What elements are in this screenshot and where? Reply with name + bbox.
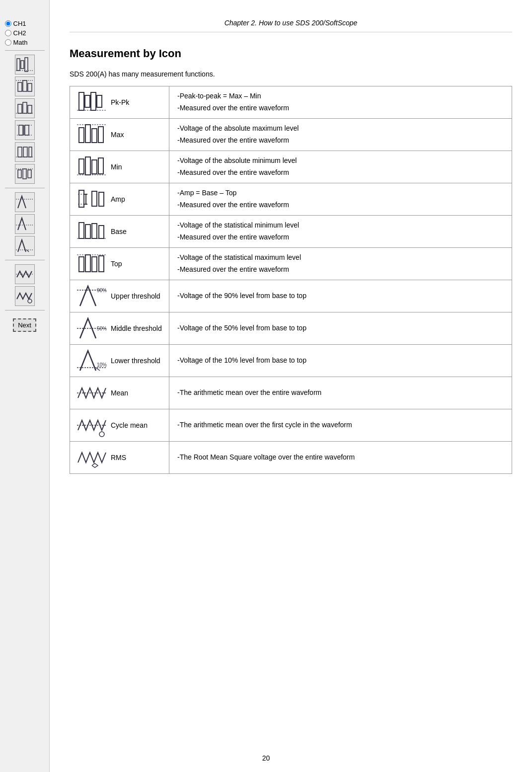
svg-rect-46	[79, 190, 84, 207]
icon-cell-mean: Mean	[70, 377, 169, 409]
table-row: Max -Voltage of the absolute maximum lev…	[70, 119, 512, 151]
cycle-mean-label: Cycle mean	[111, 421, 148, 429]
icon-cell-rms: RMS	[70, 442, 169, 474]
upper-threshold-label: Upper threshold	[111, 292, 160, 300]
top-label: Top	[111, 260, 122, 268]
svg-rect-39	[98, 127, 103, 143]
desc-cell-lower-threshold: -Voltage of the 10% level from base to t…	[169, 345, 512, 377]
sidebar: CH1 CH2 Math	[0, 0, 50, 772]
desc-line: -The arithmetic mean over the entire wav…	[177, 387, 504, 399]
ch2-radio[interactable]	[5, 30, 11, 36]
svg-rect-21	[18, 170, 21, 178]
sidebar-icon-lower-threshold[interactable]	[15, 236, 35, 256]
desc-cell-rms: -The Root Mean Square voltage over the e…	[169, 442, 512, 474]
sidebar-icon-top[interactable]	[15, 164, 35, 184]
math-label: Math	[13, 39, 28, 46]
icon-cell-lower-threshold: 10% Lower threshold	[70, 345, 169, 377]
sidebar-icon-base[interactable]	[15, 142, 35, 162]
svg-rect-62	[99, 256, 104, 272]
desc-line: -Measured over the entire waveform	[177, 135, 504, 147]
svg-rect-31	[79, 92, 84, 110]
svg-rect-9	[23, 102, 27, 113]
sidebar-icon-min[interactable]	[15, 98, 35, 118]
ch2-label: CH2	[13, 29, 26, 37]
sidebar-item-ch1[interactable]: CH1	[5, 20, 45, 27]
math-radio[interactable]	[5, 39, 11, 46]
page-title: Measurement by Icon	[70, 47, 512, 60]
intro-text: SDS 200(A) has many measurement function…	[70, 70, 512, 78]
next-button[interactable]: Next	[13, 318, 36, 332]
sidebar-icon-cycle-mean[interactable]	[15, 286, 35, 306]
table-row: 10% Lower threshold -Voltage of the 10% …	[70, 345, 512, 377]
sidebar-item-ch2[interactable]: CH2	[5, 29, 45, 37]
svg-rect-56	[92, 224, 97, 238]
desc-line: -Measured over the entire waveform	[177, 199, 504, 211]
svg-point-73	[99, 432, 104, 437]
svg-rect-19	[29, 147, 32, 157]
svg-rect-60	[85, 255, 90, 272]
table-row: Base -Voltage of the statistical minimum…	[70, 216, 512, 248]
ch1-radio[interactable]	[5, 20, 11, 27]
svg-rect-57	[99, 226, 104, 238]
max-icon	[77, 123, 107, 147]
icon-cell-min: Min	[70, 151, 169, 183]
desc-cell-amp: -Amp = Base – Top -Measured over the ent…	[169, 183, 512, 216]
svg-rect-13	[25, 125, 29, 135]
middle-threshold-icon: 50%	[77, 316, 107, 340]
sidebar-item-math[interactable]: Math	[5, 39, 45, 46]
desc-line: -The Root Mean Square voltage over the e…	[177, 452, 504, 463]
lower-threshold-label: Lower threshold	[111, 357, 160, 365]
svg-line-70	[96, 368, 100, 371]
min-icon	[77, 155, 107, 179]
svg-rect-41	[79, 159, 84, 174]
desc-line: -Measured over the entire waveform	[177, 232, 504, 243]
svg-rect-43	[92, 160, 97, 174]
icon-cell-top: Top	[70, 248, 169, 280]
base-label: Base	[111, 228, 127, 235]
sidebar-divider-1	[5, 50, 45, 51]
rms-icon	[77, 446, 107, 469]
sidebar-icon-max[interactable]	[15, 77, 35, 96]
icon-cell-middle-threshold: 50% Middle threshold	[70, 312, 169, 345]
desc-cell-cycle-mean: -The arithmetic mean over the first cycl…	[169, 409, 512, 442]
table-row: Pk-Pk -Peak-to-peak = Max – Min -Measure…	[70, 86, 512, 119]
rms-label: RMS	[111, 454, 126, 462]
amp-icon	[77, 187, 107, 211]
icon-cell-amp: Amp	[70, 183, 169, 216]
svg-rect-22	[23, 169, 26, 179]
sidebar-icon-middle-threshold[interactable]	[15, 214, 35, 234]
svg-rect-10	[28, 105, 32, 113]
table-row: 90% Upper threshold -Voltage of the 90% …	[70, 280, 512, 312]
page-header: Chapter 2. How to use SDS 200/SoftScope	[70, 10, 512, 32]
upper-threshold-icon: 90%	[77, 284, 107, 308]
svg-rect-61	[92, 257, 97, 272]
svg-text:50%: 50%	[97, 326, 107, 331]
desc-line: -Measured over the entire waveform	[177, 102, 504, 114]
sidebar-divider-3	[5, 260, 45, 260]
svg-rect-5	[23, 80, 27, 91]
sidebar-icon-mean[interactable]	[15, 264, 35, 284]
top-icon	[77, 252, 107, 276]
table-row: Cycle mean -The arithmetic mean over the…	[70, 409, 512, 442]
cycle-mean-icon	[77, 413, 107, 437]
icon-cell-pk-pk: Pk-Pk	[70, 86, 169, 119]
base-icon	[77, 220, 107, 243]
sidebar-icon-amp[interactable]	[15, 120, 35, 140]
mean-icon	[77, 381, 107, 405]
svg-rect-54	[79, 223, 84, 238]
sidebar-icon-pk-pk[interactable]	[15, 55, 35, 75]
sidebar-divider-2	[5, 188, 45, 188]
desc-cell-base: -Voltage of the statistical minimum leve…	[169, 216, 512, 248]
svg-rect-32	[85, 95, 90, 107]
middle-threshold-label: Middle threshold	[111, 324, 162, 332]
pk-pk-icon	[77, 90, 107, 114]
svg-rect-42	[85, 157, 90, 175]
table-row: Amp -Amp = Base – Top -Measured over the…	[70, 183, 512, 216]
measurement-table: Pk-Pk -Peak-to-peak = Max – Min -Measure…	[70, 86, 512, 474]
desc-cell-pk-pk: -Peak-to-peak = Max – Min -Measured over…	[169, 86, 512, 119]
desc-cell-top: -Voltage of the statistical maximum leve…	[169, 248, 512, 280]
icon-cell-max: Max	[70, 119, 169, 151]
icon-cell-upper-threshold: 90% Upper threshold	[70, 280, 169, 312]
sidebar-icon-upper-threshold[interactable]	[15, 192, 35, 212]
svg-rect-6	[28, 83, 32, 91]
